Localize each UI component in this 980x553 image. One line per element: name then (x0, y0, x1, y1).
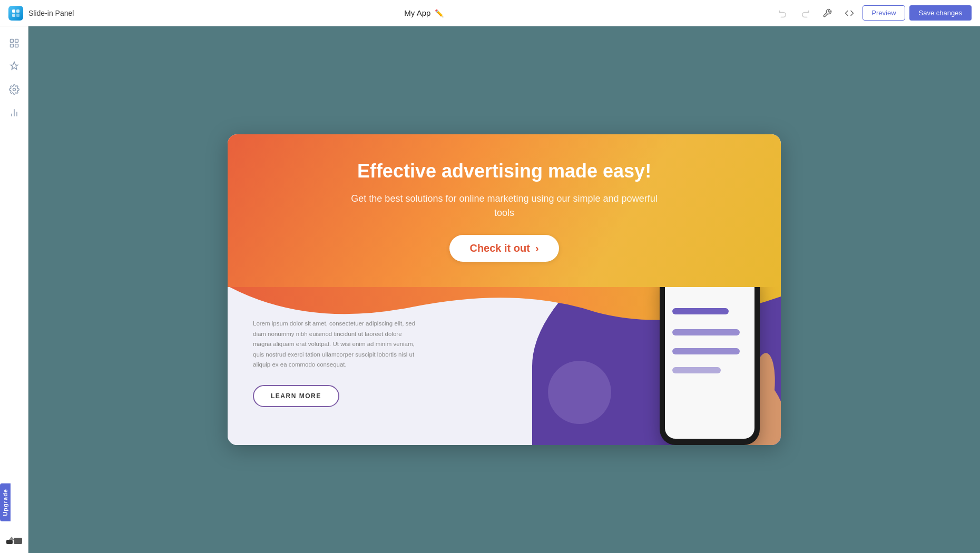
hero-subtitle: Get the best solutions for online market… (346, 192, 662, 220)
bottom-left-content: Lorem ipsum dolor sit amet, consectetuer… (228, 287, 532, 445)
svg-rect-1 (16, 9, 19, 13)
sidebar-item-grid[interactable] (4, 33, 25, 54)
topbar-center: My App ✏️ (404, 8, 444, 17)
learn-more-button[interactable]: LEARN MORE (253, 385, 339, 407)
sidebar-item-settings[interactable] (4, 79, 25, 100)
main-layout: Upgrade Effective advertising made easy!… (0, 26, 980, 553)
phone-line-4 (672, 367, 721, 373)
svg-rect-12 (6, 540, 13, 544)
hero-title: Effective advertising made easy! (357, 160, 651, 182)
cta-button[interactable]: Check it out › (449, 235, 558, 262)
canvas-area: Effective advertising made easy! Get the… (28, 26, 980, 553)
tools-button[interactable] (818, 5, 836, 21)
svg-point-8 (13, 88, 15, 91)
sidebar-item-analytics[interactable] (4, 102, 25, 123)
redo-button[interactable] (796, 5, 814, 21)
widget-card: Effective advertising made easy! Get the… (228, 134, 781, 445)
topbar-right: Preview Save changes (774, 5, 972, 21)
phone-line-2 (672, 329, 740, 335)
phone-outer (660, 287, 760, 445)
phone-line-3 (672, 348, 740, 354)
phone-mockup (660, 287, 765, 445)
footer-logo (4, 532, 25, 548)
phone-line-1 (672, 308, 729, 314)
phone-screen (665, 287, 754, 439)
svg-rect-3 (16, 14, 19, 17)
preview-button[interactable]: Preview (863, 5, 905, 21)
upgrade-button[interactable]: Upgrade (0, 483, 11, 521)
hero-section: Effective advertising made easy! Get the… (228, 134, 781, 287)
sidebar: Upgrade (0, 26, 28, 553)
svg-rect-6 (10, 44, 13, 47)
topbar-left: Slide-in Panel (8, 6, 74, 21)
svg-rect-7 (15, 44, 18, 47)
svg-rect-2 (12, 14, 15, 17)
svg-rect-13 (14, 538, 22, 544)
app-logo (8, 6, 23, 21)
panel-title: Slide-in Panel (28, 9, 74, 17)
svg-marker-14 (9, 537, 14, 540)
svg-rect-5 (15, 39, 18, 43)
lorem-paragraph: Lorem ipsum dolor sit amet, consectetuer… (253, 319, 416, 370)
code-button[interactable] (840, 5, 858, 21)
deco-circle-1 (548, 361, 611, 424)
svg-rect-0 (12, 9, 15, 13)
edit-icon[interactable]: ✏️ (435, 9, 444, 17)
app-name-label: My App (404, 8, 430, 17)
sidebar-item-pin[interactable] (4, 56, 25, 77)
topbar: Slide-in Panel My App ✏️ Preview Save ch… (0, 0, 980, 26)
svg-rect-4 (10, 39, 13, 43)
cta-arrow-icon: › (535, 242, 539, 254)
bottom-section: Lorem ipsum dolor sit amet, consectetuer… (228, 287, 781, 445)
cta-label: Check it out (469, 242, 530, 254)
undo-button[interactable] (774, 5, 792, 21)
save-button[interactable]: Save changes (909, 5, 972, 21)
